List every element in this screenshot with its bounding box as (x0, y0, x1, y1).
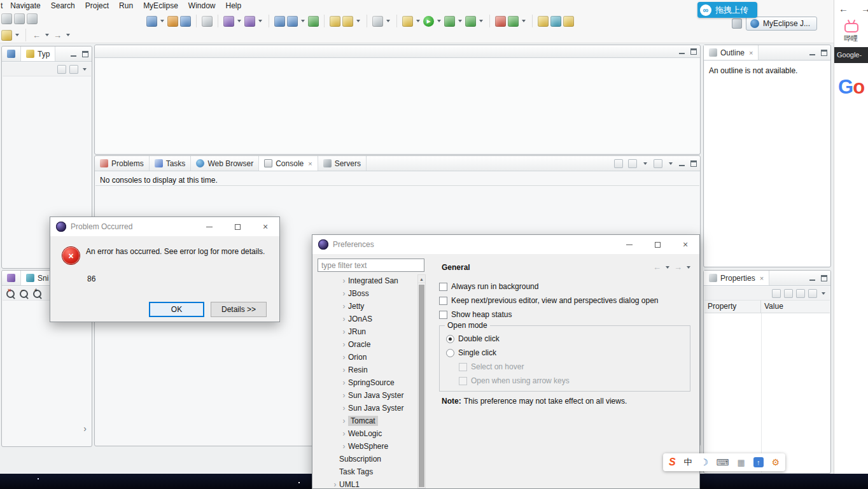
back-icon[interactable]: ← (653, 262, 661, 272)
dropdown-arrow-icon[interactable] (458, 20, 462, 22)
tree-item-jetty[interactable]: ›Jetty (312, 300, 417, 313)
minimize-view-icon[interactable] (809, 50, 816, 56)
tree-item-task-tags[interactable]: Task Tags (312, 465, 417, 478)
zoom-out-icon[interactable]: − (19, 288, 29, 299)
tab-servers[interactable]: Servers (318, 156, 367, 171)
checkbox-icon[interactable] (439, 297, 447, 305)
maximize-view-icon[interactable] (690, 48, 697, 55)
tree-item-uml1[interactable]: ›UML1 (312, 478, 417, 488)
tree-item-oracle[interactable]: ›Oracle (312, 338, 417, 351)
chevron-icon[interactable]: › (340, 315, 348, 323)
chevron-icon[interactable]: › (340, 404, 348, 413)
paint-icon[interactable] (550, 16, 561, 27)
maximize-view-icon[interactable] (82, 51, 88, 57)
sogou-logo-icon[interactable]: S (669, 457, 676, 468)
tree-item-jrun[interactable]: ›JRun (312, 325, 417, 338)
run-icon[interactable]: ▶ (423, 16, 434, 27)
dropdown-arrow-icon[interactable] (356, 20, 360, 22)
forward-icon[interactable]: → (674, 262, 682, 272)
dropdown-arrow-icon[interactable] (160, 20, 164, 22)
close-button[interactable]: × (251, 217, 279, 236)
radio-single-click[interactable]: Single click (446, 348, 496, 357)
wand-icon[interactable] (223, 16, 234, 27)
close-button[interactable]: × (671, 235, 699, 254)
radio-double-click[interactable]: Double click (446, 334, 500, 343)
dropdown-arrow-icon[interactable] (687, 266, 690, 269)
minimize-view-icon[interactable] (809, 275, 816, 281)
dropdown-arrow-icon[interactable] (522, 20, 526, 22)
ejb-module-icon[interactable] (180, 16, 191, 27)
chevron-icon[interactable]: › (331, 480, 339, 488)
minimize-view-icon[interactable] (679, 160, 685, 167)
tab-web-browser[interactable]: Web Browser (191, 156, 259, 171)
minimize-view-icon[interactable] (679, 48, 685, 55)
chevron-icon[interactable]: › (340, 276, 348, 285)
maximize-button[interactable] (643, 235, 671, 254)
tab-tasks[interactable]: Tasks (150, 156, 192, 171)
ime-toolbar[interactable]: S 中 ☽ ⌨ ▦ ↑ ⚙ (663, 453, 785, 471)
tree-item-springsource[interactable]: ›SpringSource (312, 376, 417, 389)
dropdown-arrow-icon[interactable] (66, 34, 70, 36)
open-resource-icon[interactable] (342, 16, 353, 27)
checkbox-keep-editor-dialog-open[interactable]: Keep next/previous editor, view and pers… (439, 296, 659, 305)
dropdown-arrow-icon[interactable] (386, 20, 390, 22)
link-with-editor-icon[interactable] (69, 65, 78, 74)
open-folder-icon[interactable] (538, 16, 549, 27)
custom-phrase-icon[interactable]: ▦ (738, 458, 745, 467)
database-explorer-icon[interactable] (202, 16, 213, 27)
radio-icon[interactable] (446, 335, 454, 343)
fullwidth-mode-icon[interactable]: ☽ (700, 457, 708, 467)
dropdown-arrow-icon[interactable] (479, 20, 483, 22)
dropdown-arrow-icon[interactable] (301, 20, 305, 22)
chevron-icon[interactable]: › (340, 378, 348, 387)
new-wizard-icon[interactable] (146, 16, 157, 27)
show-advanced-icon[interactable] (784, 289, 793, 298)
chevron-icon[interactable]: › (340, 365, 348, 374)
upload-button[interactable]: ∞ 拖拽上传 (697, 2, 757, 18)
search-wizard-icon[interactable] (244, 16, 255, 27)
menu-item-navigate[interactable]: Navigate (5, 0, 45, 11)
chevron-icon[interactable]: › (340, 353, 348, 362)
browser-tab-bar[interactable]: Google- (834, 47, 868, 63)
details-button[interactable]: Details >> (211, 302, 267, 317)
dropdown-arrow-icon[interactable] (666, 266, 669, 269)
dialog-titlebar[interactable]: Problem Occurred × (50, 217, 279, 236)
tree-item-orion[interactable]: ›Orion (312, 351, 417, 364)
chevron-icon[interactable]: › (340, 340, 348, 349)
tree-item-weblogic[interactable]: ›WebLogic (312, 427, 417, 440)
refresh-icon[interactable] (508, 16, 519, 27)
menu-item-myeclipse[interactable]: MyEclipse (138, 0, 183, 11)
close-tab-icon[interactable]: × (749, 49, 753, 57)
chevron-icon[interactable]: › (340, 302, 348, 311)
checkbox-icon[interactable] (439, 311, 447, 319)
chevron-icon[interactable]: › (340, 327, 348, 336)
new-interface-icon[interactable] (287, 16, 298, 27)
browser-back-icon[interactable]: ← (839, 3, 848, 14)
screenshot-icon[interactable] (372, 16, 383, 27)
upload-arrow-icon[interactable]: ↑ (753, 457, 764, 467)
dialog-titlebar[interactable]: Preferences × (312, 235, 699, 254)
chevron-icon[interactable]: › (340, 289, 348, 298)
new-class-icon[interactable] (274, 16, 285, 27)
view-menu-icon[interactable] (83, 68, 87, 71)
overflow-chevron-icon[interactable]: › (83, 423, 87, 434)
minimize-view-icon[interactable] (71, 51, 77, 57)
back-history-icon[interactable]: ← (31, 31, 42, 40)
minimize-button[interactable] (195, 217, 223, 236)
menu-item-help[interactable]: Help (221, 0, 247, 11)
display-console-icon[interactable] (628, 159, 637, 168)
deploy-package-icon[interactable] (167, 16, 178, 27)
dropdown-arrow-icon[interactable] (416, 20, 420, 22)
maximize-view-icon[interactable] (690, 160, 697, 167)
filter-input[interactable] (318, 259, 424, 272)
chevron-icon[interactable]: › (340, 416, 348, 425)
dropdown-arrow-icon[interactable] (669, 162, 673, 165)
open-type-icon[interactable] (330, 16, 340, 27)
maximize-button[interactable] (223, 217, 251, 236)
maximize-view-icon[interactable] (821, 275, 827, 281)
table-grid-icon[interactable] (495, 16, 506, 27)
menu-item-search[interactable]: Search (46, 0, 80, 11)
tree-item-integrated-sandbox[interactable]: ›Integrated San (312, 274, 417, 287)
profile-icon[interactable] (465, 16, 476, 27)
dropdown-arrow-icon[interactable] (643, 162, 647, 165)
